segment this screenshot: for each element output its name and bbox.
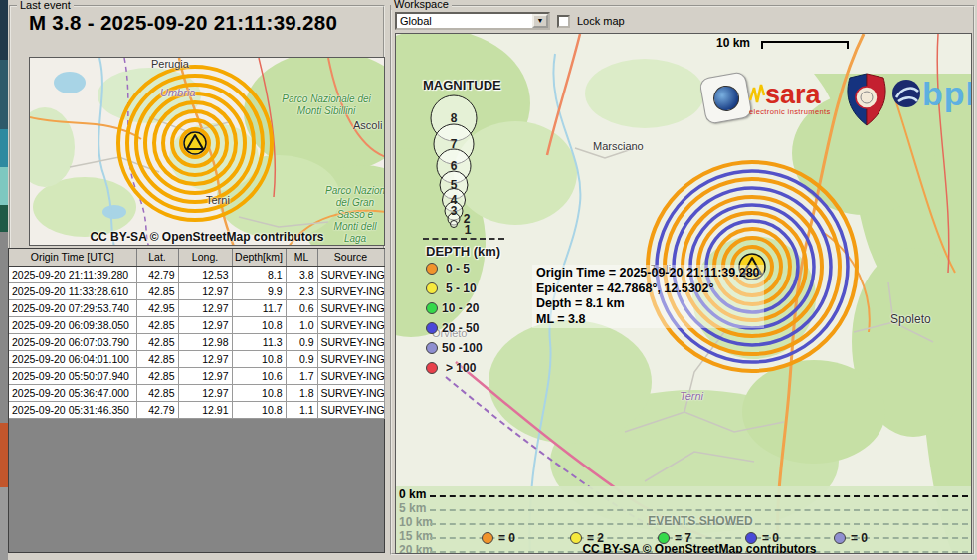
workspace-map[interactable]: 10 km sara electronic instruments bph Or… <box>395 33 972 554</box>
cell-source[interactable]: SURVEY-ING <box>317 282 384 299</box>
depth-legend-dot <box>426 282 438 294</box>
cell-long[interactable]: 12.91 <box>178 401 232 418</box>
table-row[interactable]: 2025-09-20 05:31:46.350 42.79 12.91 10.8… <box>9 401 384 418</box>
workspace-select[interactable]: Global ▼ <box>395 12 550 30</box>
cell-ml[interactable]: 2.3 <box>286 282 317 299</box>
cell-source[interactable]: SURVEY-ING <box>317 367 384 384</box>
cell-origin-time[interactable]: 2025-09-20 05:36:47.000 <box>9 384 136 401</box>
cell-long[interactable]: 12.98 <box>178 333 232 350</box>
table-row[interactable]: 2025-09-20 06:04:01.100 42.85 12.97 10.8… <box>9 350 384 367</box>
table-row[interactable]: 2025-09-20 05:50:07.940 42.85 12.97 10.6… <box>9 367 384 384</box>
cell-origin-time[interactable]: 2025-09-20 21:11:39.280 <box>9 266 136 282</box>
cell-long[interactable]: 12.53 <box>178 266 232 282</box>
depth-tick: 20 km <box>399 543 433 554</box>
table-row[interactable]: 2025-09-20 21:11:39.280 42.79 12.53 8.1 … <box>9 266 384 282</box>
cell-origin-time[interactable]: 2025-09-20 11:33:28.610 <box>9 282 136 299</box>
header-long[interactable]: Long. <box>178 249 232 266</box>
sara-logo-subtitle: electronic instruments <box>749 107 849 116</box>
workspace-panel: Workspace Global ▼ Lock map <box>388 0 977 560</box>
table-row[interactable]: 2025-09-20 07:29:53.740 42.95 12.97 11.7… <box>9 299 384 316</box>
lock-map-checkbox[interactable] <box>557 15 570 28</box>
header-origin-time[interactable]: Origin Time [UTC] <box>9 249 136 266</box>
cell-depth[interactable]: 10.8 <box>232 384 286 401</box>
event-info-ml: ML = 3.8 <box>536 312 760 328</box>
cell-long[interactable]: 12.97 <box>178 384 232 401</box>
cell-ml[interactable]: 1.0 <box>286 316 317 333</box>
cell-lat[interactable]: 42.95 <box>136 299 178 316</box>
cell-lat[interactable]: 42.79 <box>136 266 178 282</box>
cell-origin-time[interactable]: 2025-09-20 07:29:53.740 <box>9 299 136 316</box>
cell-source[interactable]: SURVEY-ING <box>317 401 384 418</box>
cell-ml[interactable]: 3.8 <box>286 266 317 282</box>
cell-ml[interactable]: 0.6 <box>286 299 317 316</box>
cell-lat[interactable]: 42.85 <box>136 350 178 367</box>
cell-depth[interactable]: 8.1 <box>232 266 286 282</box>
depth-gridline <box>430 495 968 497</box>
table-header-row: Origin Time [UTC] Lat. Long. Depth[km] M… <box>9 249 384 266</box>
scale-bar <box>761 41 849 49</box>
depth-legend-label: > 100 <box>446 361 476 375</box>
header-depth[interactable]: Depth[km] <box>232 249 286 266</box>
cell-origin-time[interactable]: 2025-09-20 05:31:46.350 <box>9 401 136 418</box>
cell-source[interactable]: SURVEY-ING <box>317 316 384 333</box>
table-row[interactable]: 2025-09-20 11:33:28.610 42.85 12.97 9.9 … <box>9 282 384 299</box>
depth-legend-dot <box>426 322 438 334</box>
cell-depth[interactable]: 11.3 <box>232 333 286 350</box>
chevron-down-icon: ▼ <box>534 16 546 26</box>
cell-ml[interactable]: 1.7 <box>286 367 317 384</box>
cell-long[interactable]: 12.97 <box>178 350 232 367</box>
last-event-panel: Last event M 3.8 - 2025-09-20 21:11:39.2… <box>8 0 388 560</box>
depth-legend-dot <box>426 362 438 374</box>
cell-depth[interactable]: 10.8 <box>232 401 286 418</box>
city-label-spoleto: Spoleto <box>890 312 931 326</box>
cell-origin-time[interactable]: 2025-09-20 05:50:07.940 <box>9 367 136 384</box>
cell-source[interactable]: SURVEY-ING <box>317 299 384 316</box>
cell-source[interactable]: SURVEY-ING <box>317 266 384 282</box>
bph-logo-text: bph <box>922 75 972 112</box>
table-row[interactable]: 2025-09-20 06:09:38.050 42.85 12.97 10.8… <box>9 316 384 333</box>
last-event-group-label: Last event <box>17 0 74 11</box>
header-ml[interactable]: ML <box>286 249 317 266</box>
cell-origin-time[interactable]: 2025-09-20 06:04:01.100 <box>9 350 136 367</box>
cell-lat[interactable]: 42.79 <box>136 401 178 418</box>
scale-label: 10 km <box>716 36 750 50</box>
depth-legend-dot <box>426 302 438 314</box>
event-info-epicenter: Epicenter = 42.7868°, 12.5302° <box>536 281 760 297</box>
cell-depth[interactable]: 11.7 <box>232 299 286 316</box>
cell-source[interactable]: SURVEY-ING <box>317 384 384 401</box>
cell-lat[interactable]: 42.85 <box>136 367 178 384</box>
cell-long[interactable]: 12.97 <box>178 367 232 384</box>
header-lat[interactable]: Lat. <box>136 249 178 266</box>
city-label-perugia: Perugia <box>151 58 189 70</box>
workspace-group-label: Workspace <box>391 0 452 10</box>
last-event-map[interactable]: Perugia Umbria Parco Nazionale dei Monti… <box>29 57 385 246</box>
cell-lat[interactable]: 42.85 <box>136 316 178 333</box>
header-source[interactable]: Source <box>317 249 384 266</box>
cell-ml[interactable]: 0.9 <box>286 350 317 367</box>
cell-ml[interactable]: 1.8 <box>286 384 317 401</box>
cell-lat[interactable]: 42.85 <box>136 384 178 401</box>
cell-origin-time[interactable]: 2025-09-20 06:07:03.790 <box>9 333 136 350</box>
cell-ml[interactable]: 0.9 <box>286 333 317 350</box>
cell-long[interactable]: 12.97 <box>178 282 232 299</box>
cell-lat[interactable]: 42.85 <box>136 282 178 299</box>
events-table-container[interactable]: Origin Time [UTC] Lat. Long. Depth[km] M… <box>8 248 385 553</box>
cell-depth[interactable]: 9.9 <box>232 282 286 299</box>
event-count-dot <box>482 532 493 544</box>
cell-depth[interactable]: 10.6 <box>232 367 286 384</box>
background-window-strip <box>0 0 8 60</box>
cell-lat[interactable]: 42.85 <box>136 333 178 350</box>
cell-source[interactable]: SURVEY-ING <box>317 350 384 367</box>
cell-source[interactable]: SURVEY-ING <box>317 333 384 350</box>
dropdown-arrow-button[interactable]: ▼ <box>532 14 548 28</box>
cell-depth[interactable]: 10.8 <box>232 316 286 333</box>
cell-origin-time[interactable]: 2025-09-20 06:09:38.050 <box>9 316 136 333</box>
table-row[interactable]: 2025-09-20 05:36:47.000 42.85 12.97 10.8… <box>9 384 384 401</box>
cell-long[interactable]: 12.97 <box>178 299 232 316</box>
cell-long[interactable]: 12.97 <box>178 316 232 333</box>
depth-gridline <box>430 509 968 511</box>
shield-crest-logo <box>844 72 889 127</box>
cell-ml[interactable]: 1.1 <box>286 401 317 418</box>
table-row[interactable]: 2025-09-20 06:07:03.790 42.85 12.98 11.3… <box>9 333 384 350</box>
cell-depth[interactable]: 10.8 <box>232 350 286 367</box>
